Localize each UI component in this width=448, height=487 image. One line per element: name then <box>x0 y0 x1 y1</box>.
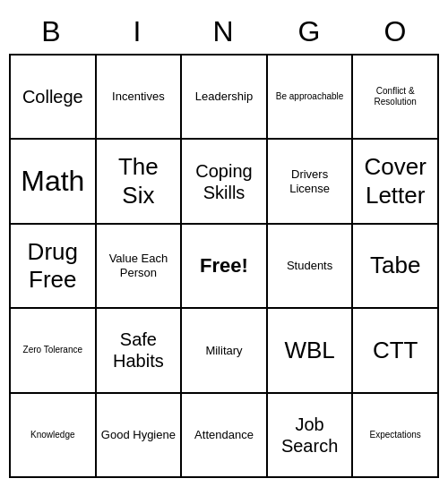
bingo-header: BINGO <box>9 9 439 54</box>
bingo-cell: Drug Free <box>11 225 97 309</box>
cell-text: Students <box>271 259 349 273</box>
cell-text: WBL <box>271 337 349 364</box>
cell-text: Knowledge <box>13 430 92 440</box>
bingo-cell: Military <box>182 309 268 393</box>
bingo-cell: WBL <box>268 309 354 393</box>
bingo-cell: Incentives <box>97 56 183 140</box>
bingo-grid: CollegeIncentivesLeadershipBe approachab… <box>9 54 439 478</box>
bingo-cell: College <box>11 56 97 140</box>
cell-text: College <box>13 86 92 107</box>
bingo-cell: Drivers License <box>268 140 354 224</box>
bingo-cell: Free! <box>182 225 268 309</box>
cell-text: Military <box>185 344 263 358</box>
bingo-cell: Math <box>11 140 97 224</box>
header-letter: O <box>353 9 439 54</box>
bingo-cell: Coping Skills <box>182 140 268 224</box>
bingo-cell: Tabe <box>353 225 439 309</box>
bingo-cell: Be approachable <box>268 56 354 140</box>
cell-text: Job Search <box>271 414 349 457</box>
cell-text: Expectations <box>356 430 435 440</box>
cell-text: Attendance <box>185 428 263 442</box>
bingo-cell: Cover Letter <box>353 140 439 224</box>
bingo-cell: Expectations <box>353 394 439 478</box>
cell-text: Drivers License <box>271 167 349 195</box>
cell-text: Tabe <box>356 252 435 279</box>
cell-text: Safe Habits <box>99 329 178 372</box>
bingo-cell: Value Each Person <box>97 225 183 309</box>
bingo-cell: Attendance <box>182 394 268 478</box>
cell-text: Coping Skills <box>185 160 263 203</box>
header-letter: B <box>9 9 95 54</box>
cell-text: Free! <box>185 254 263 278</box>
header-letter: G <box>267 9 353 54</box>
cell-text: Drug Free <box>13 238 92 294</box>
bingo-cell: Leadership <box>182 56 268 140</box>
cell-text: Incentives <box>99 90 178 104</box>
cell-text: Zero Tolerance <box>13 345 92 355</box>
bingo-cell: Safe Habits <box>97 309 183 393</box>
bingo-cell: Zero Tolerance <box>11 309 97 393</box>
bingo-cell: Good Hygiene <box>97 394 183 478</box>
cell-text: Good Hygiene <box>99 428 178 442</box>
bingo-card: BINGO CollegeIncentivesLeadershipBe appr… <box>9 9 439 478</box>
bingo-cell: CTT <box>353 309 439 393</box>
bingo-cell: Knowledge <box>11 394 97 478</box>
bingo-cell: Conflict & Resolution <box>353 56 439 140</box>
cell-text: Cover Letter <box>356 153 435 209</box>
cell-text: Be approachable <box>271 91 349 102</box>
bingo-cell: Job Search <box>268 394 354 478</box>
header-letter: I <box>95 9 181 54</box>
header-letter: N <box>181 9 267 54</box>
cell-text: Math <box>13 164 92 198</box>
bingo-cell: The Six <box>97 140 183 224</box>
cell-text: Leadership <box>185 90 263 104</box>
cell-text: CTT <box>356 337 435 364</box>
cell-text: Conflict & Resolution <box>356 86 435 107</box>
cell-text: The Six <box>99 153 178 209</box>
bingo-cell: Students <box>268 225 354 309</box>
cell-text: Value Each Person <box>99 252 178 279</box>
